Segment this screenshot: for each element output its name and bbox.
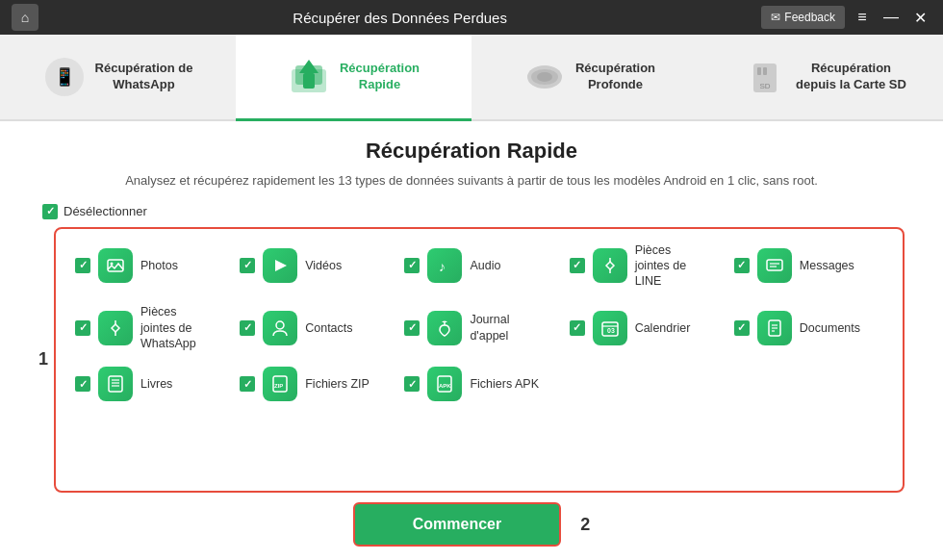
item-pieces-whatsapp[interactable]: Piècesjointes deWhatsApp xyxy=(67,298,232,357)
svg-text:♪: ♪ xyxy=(439,259,446,274)
deselect-checkbox[interactable] xyxy=(42,204,58,219)
minimize-button[interactable]: — xyxy=(879,6,903,29)
svg-text:SD: SD xyxy=(760,82,771,90)
apk-label: Fichiers APK xyxy=(470,376,539,392)
svg-rect-10 xyxy=(757,67,761,75)
svg-rect-5 xyxy=(303,73,315,89)
item-photos[interactable]: Photos xyxy=(67,242,232,289)
tab-cartesd[interactable]: SD Récupérationdepuis la Carte SD xyxy=(707,35,943,121)
items-grid: Photos Vidéos ♪ Audio xyxy=(54,227,905,494)
title-bar-left: ⌂ xyxy=(12,4,38,31)
pieces-whatsapp-label: Piècesjointes deWhatsApp xyxy=(140,304,196,351)
svg-point-24 xyxy=(276,321,284,329)
svg-rect-32 xyxy=(109,376,122,392)
rapide-tab-label: RécupérationRapide xyxy=(340,61,420,93)
page-subtitle: Analysez et récupérez rapidement les 13 … xyxy=(38,171,905,191)
calendrier-checkbox[interactable] xyxy=(570,320,585,336)
pieces-line-label: Piècesjointes deLINE xyxy=(635,242,687,290)
messages-checkbox[interactable] xyxy=(734,258,750,273)
livres-icon xyxy=(98,367,133,401)
documents-checkbox[interactable] xyxy=(734,320,750,336)
whatsapp-tab-icon: 📱 xyxy=(43,56,86,98)
items-row-1: Photos Vidéos ♪ Audio xyxy=(67,237,891,295)
page-title: Récupération Rapide xyxy=(38,139,905,164)
zip-icon: ZIP xyxy=(263,367,297,401)
pieces-whatsapp-icon xyxy=(98,311,133,345)
audio-icon: ♪ xyxy=(427,248,462,283)
documents-label: Documents xyxy=(800,320,860,336)
messages-icon xyxy=(757,248,792,283)
main-content: Récupération Rapide Analysez et récupére… xyxy=(0,121,943,560)
contacts-checkbox[interactable] xyxy=(240,320,255,336)
livres-checkbox[interactable] xyxy=(75,376,90,392)
item-journal[interactable]: Journald'appel xyxy=(396,305,561,351)
item-messages[interactable]: Messages xyxy=(726,242,891,289)
rapide-tab-icon xyxy=(288,56,330,98)
item-pieces-line[interactable]: Piècesjointes deLINE xyxy=(562,237,726,295)
tab-whatsapp[interactable]: 📱 Récupération deWhatsApp xyxy=(0,35,236,121)
empty-cell-1 xyxy=(562,378,726,390)
deselect-label: Désélectionner xyxy=(64,204,147,218)
close-button[interactable]: ✕ xyxy=(908,6,931,29)
tab-rapide[interactable]: RécupérationRapide xyxy=(236,35,472,121)
apk-icon: APK xyxy=(427,367,462,401)
items-wrapper: 1 Photos Vidéos xyxy=(38,227,905,494)
mail-icon: ✉ xyxy=(771,11,780,24)
item-videos[interactable]: Vidéos xyxy=(232,242,396,289)
empty-cell-2 xyxy=(726,378,891,390)
zip-checkbox[interactable] xyxy=(240,376,255,392)
svg-rect-19 xyxy=(767,260,782,270)
journal-icon xyxy=(427,311,462,345)
items-row-2: Piècesjointes deWhatsApp Contacts Journa… xyxy=(67,298,891,357)
feedback-button[interactable]: ✉ Feedback xyxy=(761,6,845,29)
whatsapp-tab-label: Récupération deWhatsApp xyxy=(95,61,193,93)
profonde-tab-icon xyxy=(523,56,566,98)
calendrier-icon: 03 xyxy=(593,311,627,345)
section-number-2: 2 xyxy=(580,515,590,535)
cartesd-tab-label: Récupérationdepuis la Carte SD xyxy=(796,61,906,93)
messages-label: Messages xyxy=(800,258,854,273)
item-contacts[interactable]: Contacts xyxy=(232,305,396,351)
livres-label: Livres xyxy=(140,376,172,392)
svg-marker-15 xyxy=(275,260,287,271)
videos-icon xyxy=(263,248,297,283)
cartesd-tab-icon: SD xyxy=(744,56,786,98)
title-bar-right: ✉ Feedback ≡ — ✕ xyxy=(761,6,931,29)
item-zip[interactable]: ZIP Fichiers ZIP xyxy=(232,361,396,407)
menu-button[interactable]: ≡ xyxy=(851,6,874,29)
tab-profonde[interactable]: RécupérationProfonde xyxy=(472,35,707,121)
item-apk[interactable]: APK Fichiers APK xyxy=(396,361,561,407)
documents-icon xyxy=(757,311,792,345)
profonde-tab-label: RécupérationProfonde xyxy=(575,61,655,93)
svg-point-8 xyxy=(537,72,552,82)
svg-text:ZIP: ZIP xyxy=(274,383,283,389)
contacts-icon xyxy=(263,311,297,345)
videos-checkbox[interactable] xyxy=(240,258,255,273)
home-button[interactable]: ⌂ xyxy=(12,4,38,31)
apk-checkbox[interactable] xyxy=(404,376,420,392)
svg-text:📱: 📱 xyxy=(54,66,76,88)
photos-label: Photos xyxy=(140,258,178,273)
pieces-whatsapp-checkbox[interactable] xyxy=(75,320,90,336)
journal-label: Journald'appel xyxy=(470,312,509,344)
calendrier-label: Calendrier xyxy=(635,320,691,336)
deselect-row: Désélectionner xyxy=(38,204,905,219)
item-documents[interactable]: Documents xyxy=(726,305,891,351)
item-calendrier[interactable]: 03 Calendrier xyxy=(562,305,726,351)
item-livres[interactable]: Livres xyxy=(67,361,232,407)
journal-checkbox[interactable] xyxy=(404,320,420,336)
svg-text:APK: APK xyxy=(439,383,451,389)
pieces-line-checkbox[interactable] xyxy=(570,258,585,273)
items-row-3: Livres ZIP Fichiers ZIP APK Fichiers APK xyxy=(67,361,891,407)
audio-checkbox[interactable] xyxy=(404,258,420,273)
contacts-label: Contacts xyxy=(305,320,352,336)
app-title: Récupérer des Données Perdues xyxy=(38,10,761,26)
photos-checkbox[interactable] xyxy=(75,258,90,273)
svg-point-14 xyxy=(111,262,114,265)
svg-rect-11 xyxy=(763,67,767,75)
item-audio[interactable]: ♪ Audio xyxy=(396,242,561,289)
videos-label: Vidéos xyxy=(305,258,342,273)
audio-label: Audio xyxy=(470,258,500,273)
nav-tabs: 📱 Récupération deWhatsApp RécupérationRa… xyxy=(0,35,943,121)
start-button[interactable]: Commencer xyxy=(353,502,561,547)
